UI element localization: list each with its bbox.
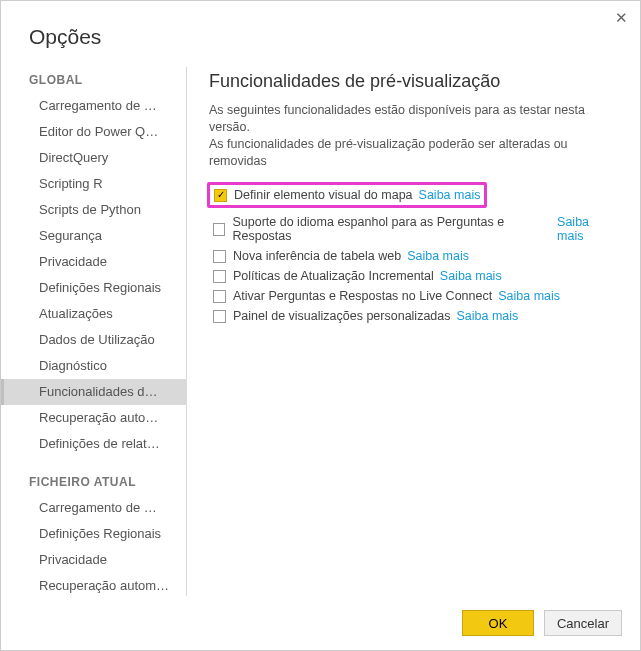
feature-row: Nova inferência de tabela webSaiba mais bbox=[209, 246, 616, 266]
sidebar-item[interactable]: Scripting R bbox=[1, 171, 186, 197]
learn-more-link[interactable]: Saiba mais bbox=[440, 269, 502, 283]
feature-row: Ativar Perguntas e Respostas no Live Con… bbox=[209, 286, 616, 306]
feature-label: Suporte do idioma espanhol para as Pergu… bbox=[232, 215, 551, 243]
learn-more-link[interactable]: Saiba mais bbox=[419, 188, 481, 202]
learn-more-link[interactable]: Saiba mais bbox=[498, 289, 560, 303]
page-description: As seguintes funcionalidades estão dispo… bbox=[209, 102, 616, 170]
feature-list: ✓Definir elemento visual do mapaSaiba ma… bbox=[209, 182, 616, 326]
checkbox-icon[interactable] bbox=[213, 270, 226, 283]
sidebar-item[interactable]: Editor do Power Q… bbox=[1, 119, 186, 145]
sidebar-item[interactable]: Carregamento de … bbox=[1, 495, 186, 521]
sidebar-item[interactable]: Segurança bbox=[1, 223, 186, 249]
sidebar-item[interactable]: Definições de relat… bbox=[1, 431, 186, 457]
learn-more-link[interactable]: Saiba mais bbox=[407, 249, 469, 263]
dialog-footer: OK Cancelar bbox=[462, 610, 622, 636]
checkbox-icon[interactable]: ✓ bbox=[214, 189, 227, 202]
sidebar-item[interactable]: Recuperação autom… bbox=[1, 573, 186, 596]
sidebar-heading-file: FICHEIRO ATUAL bbox=[1, 457, 186, 495]
sidebar-item[interactable]: DirectQuery bbox=[1, 145, 186, 171]
feature-label: Nova inferência de tabela web bbox=[233, 249, 401, 263]
learn-more-link[interactable]: Saiba mais bbox=[457, 309, 519, 323]
checkbox-icon[interactable] bbox=[213, 290, 226, 303]
sidebar-item[interactable]: Dados de Utilização bbox=[1, 327, 186, 353]
desc-line-1: As seguintes funcionalidades estão dispo… bbox=[209, 103, 585, 134]
feature-row: ✓Definir elemento visual do mapaSaiba ma… bbox=[207, 182, 487, 208]
feature-label: Definir elemento visual do mapa bbox=[234, 188, 413, 202]
checkbox-icon[interactable] bbox=[213, 250, 226, 263]
sidebar: GLOBAL Carregamento de …Editor do Power … bbox=[1, 67, 187, 596]
sidebar-item[interactable]: Atualizações bbox=[1, 301, 186, 327]
feature-label: Painel de visualizações personalizadas bbox=[233, 309, 451, 323]
feature-row: Suporte do idioma espanhol para as Pergu… bbox=[209, 212, 616, 246]
sidebar-item[interactable]: Funcionalidades d… bbox=[1, 379, 186, 405]
checkbox-icon[interactable] bbox=[213, 310, 226, 323]
feature-row: Políticas de Atualização IncrementalSaib… bbox=[209, 266, 616, 286]
ok-button[interactable]: OK bbox=[462, 610, 534, 636]
dialog-title: Opções bbox=[1, 1, 640, 67]
sidebar-item[interactable]: Definições Regionais bbox=[1, 275, 186, 301]
feature-row: Painel de visualizações personalizadasSa… bbox=[209, 306, 616, 326]
dialog-body: GLOBAL Carregamento de …Editor do Power … bbox=[1, 67, 640, 596]
sidebar-item[interactable]: Diagnóstico bbox=[1, 353, 186, 379]
sidebar-item[interactable]: Definições Regionais bbox=[1, 521, 186, 547]
sidebar-item[interactable]: Recuperação auto… bbox=[1, 405, 186, 431]
learn-more-link[interactable]: Saiba mais bbox=[557, 215, 616, 243]
main-panel: Funcionalidades de pré-visualização As s… bbox=[187, 67, 640, 596]
sidebar-item[interactable]: Scripts de Python bbox=[1, 197, 186, 223]
sidebar-item[interactable]: Privacidade bbox=[1, 249, 186, 275]
sidebar-item[interactable]: Privacidade bbox=[1, 547, 186, 573]
checkbox-icon[interactable] bbox=[213, 223, 225, 236]
sidebar-heading-global: GLOBAL bbox=[1, 67, 186, 93]
desc-line-2: As funcionalidades de pré-visualização p… bbox=[209, 137, 568, 168]
page-title: Funcionalidades de pré-visualização bbox=[209, 71, 616, 92]
feature-label: Ativar Perguntas e Respostas no Live Con… bbox=[233, 289, 492, 303]
feature-label: Políticas de Atualização Incremental bbox=[233, 269, 434, 283]
sidebar-item[interactable]: Carregamento de … bbox=[1, 93, 186, 119]
close-icon[interactable]: ✕ bbox=[615, 9, 628, 27]
cancel-button[interactable]: Cancelar bbox=[544, 610, 622, 636]
